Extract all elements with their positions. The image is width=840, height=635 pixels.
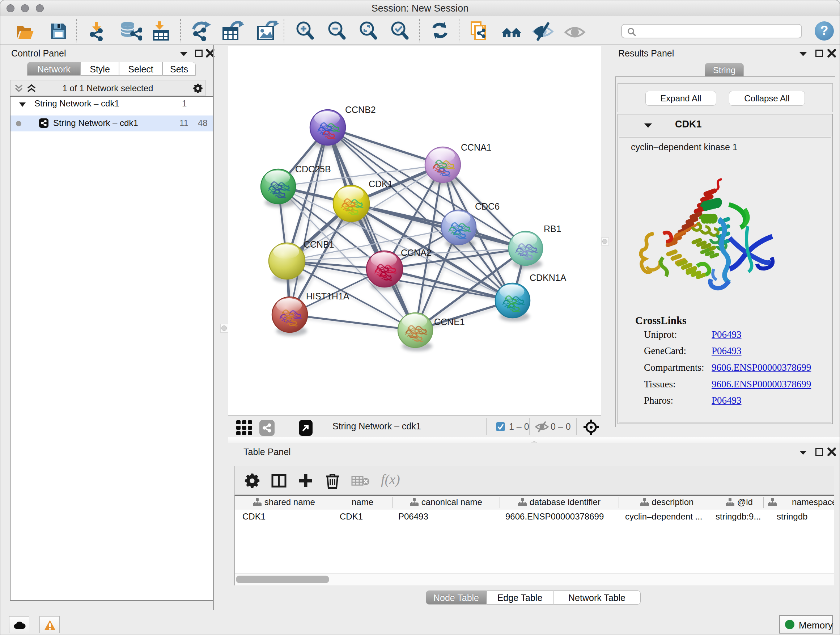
svg-text:CCNA1: CCNA1 [461,142,492,152]
svg-text:CCNA2: CCNA2 [401,248,431,258]
svg-text:CCNE1: CCNE1 [434,317,465,327]
svg-text:RB1: RB1 [544,224,561,234]
svg-text:CDC25B: CDC25B [295,164,331,174]
svg-text:CCNB2: CCNB2 [345,105,376,115]
svg-text:CDC6: CDC6 [475,201,500,211]
svg-text:CCNB1: CCNB1 [303,239,334,249]
svg-text:CDK1: CDK1 [369,179,393,189]
svg-text:CDKN1A: CDKN1A [530,272,567,283]
svg-text:HIST1H1A: HIST1H1A [306,291,349,301]
